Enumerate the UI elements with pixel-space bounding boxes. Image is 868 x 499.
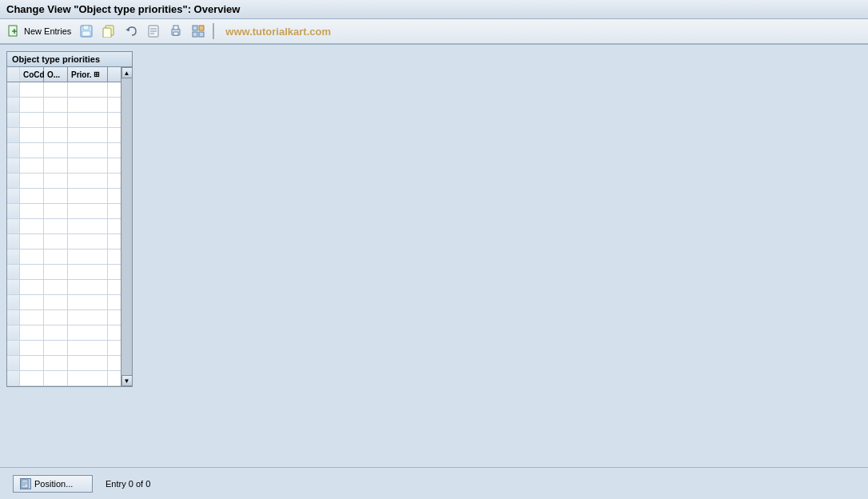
row-checkbox[interactable] — [7, 356, 20, 370]
print-button[interactable] — [166, 22, 185, 40]
table-row[interactable] — [7, 82, 121, 98]
table-row[interactable] — [7, 234, 121, 250]
table-row[interactable] — [7, 341, 121, 356]
svg-rect-17 — [199, 26, 204, 30]
table-row[interactable] — [7, 250, 121, 265]
prio-cell — [68, 371, 108, 385]
row-checkbox[interactable] — [7, 82, 20, 97]
detail-button[interactable] — [144, 22, 163, 40]
scroll-down-button[interactable]: ▼ — [121, 375, 133, 386]
table-container: CoCd O... Prior. ⊞ ▲ ▼ — [7, 67, 132, 386]
obj-cell — [44, 82, 68, 97]
prio-cell — [68, 189, 108, 203]
new-entries-icon — [7, 24, 22, 38]
column-headers: CoCd O... Prior. ⊞ — [7, 67, 121, 82]
table-row[interactable] — [7, 310, 121, 325]
table-row[interactable] — [7, 189, 121, 204]
print-icon — [169, 24, 183, 38]
prio-cell — [68, 325, 108, 340]
cocd-cell — [20, 295, 44, 309]
row-checkbox[interactable] — [7, 219, 20, 234]
position-btn-label: Position... — [34, 479, 73, 489]
table-row[interactable] — [7, 98, 121, 113]
table-row[interactable] — [7, 158, 121, 174]
row-checkbox[interactable] — [7, 189, 20, 203]
table-row[interactable] — [7, 371, 121, 386]
svg-rect-4 — [83, 26, 89, 30]
table-row[interactable] — [7, 356, 121, 371]
row-checkbox[interactable] — [7, 113, 20, 127]
position-button[interactable]: Position... — [13, 475, 93, 493]
row-checkbox[interactable] — [7, 250, 20, 264]
prio-cell — [68, 250, 108, 264]
prio-cell — [68, 174, 108, 188]
cocd-cell — [20, 82, 44, 97]
table-row[interactable] — [7, 128, 121, 143]
obj-cell — [44, 280, 68, 294]
cocd-cell — [20, 250, 44, 264]
table-row[interactable] — [7, 280, 121, 295]
scroll-up-button[interactable]: ▲ — [121, 67, 133, 78]
cocd-cell — [20, 280, 44, 294]
new-entries-label: New Entries — [24, 26, 71, 36]
row-checkbox[interactable] — [7, 265, 20, 279]
table-row[interactable] — [7, 295, 121, 310]
row-checkbox[interactable] — [7, 98, 20, 112]
obj-cell — [44, 158, 68, 173]
obj-cell — [44, 371, 68, 385]
row-checkbox[interactable] — [7, 204, 20, 218]
position-icon — [20, 478, 31, 489]
cocd-cell — [20, 143, 44, 158]
prio-cell — [68, 128, 108, 142]
row-checkbox[interactable] — [7, 174, 20, 188]
toolbar-separator — [213, 23, 214, 39]
table-row[interactable] — [7, 143, 121, 158]
table-row[interactable] — [7, 204, 121, 219]
svg-rect-7 — [103, 28, 111, 38]
table-area: CoCd O... Prior. ⊞ — [7, 67, 121, 386]
row-checkbox[interactable] — [7, 158, 20, 173]
row-checkbox[interactable] — [7, 234, 20, 249]
obj-cell — [44, 219, 68, 234]
obj-cell — [44, 143, 68, 158]
table-row[interactable] — [7, 265, 121, 280]
row-checkbox[interactable] — [7, 280, 20, 294]
row-checkbox[interactable] — [7, 143, 20, 158]
cocd-cell — [20, 128, 44, 142]
row-checkbox[interactable] — [7, 371, 20, 385]
prio-cell — [68, 265, 108, 279]
table-row[interactable] — [7, 174, 121, 189]
prio-cell — [68, 280, 108, 294]
cocd-col-header: CoCd — [20, 67, 44, 82]
prio-cell — [68, 295, 108, 309]
table-row[interactable] — [7, 219, 121, 234]
new-entries-button[interactable]: New Entries — [5, 22, 74, 40]
scroll-track[interactable] — [121, 78, 132, 375]
row-checkbox[interactable] — [7, 325, 20, 340]
prio-cell — [68, 98, 108, 112]
copy-button[interactable] — [99, 22, 118, 40]
prio-cell — [68, 158, 108, 173]
obj-cell — [44, 341, 68, 355]
table-row[interactable] — [7, 113, 121, 128]
row-checkbox[interactable] — [7, 310, 20, 325]
row-checkbox[interactable] — [7, 295, 20, 309]
prio-cell — [68, 219, 108, 234]
row-checkbox[interactable] — [7, 341, 20, 355]
title-bar: Change View "Object type priorities": Ov… — [0, 0, 868, 19]
obj-cell — [44, 356, 68, 370]
prio-col-header: Prior. ⊞ — [68, 67, 108, 82]
prio-cell — [68, 356, 108, 370]
prio-cell — [68, 234, 108, 249]
grid-button[interactable] — [189, 22, 208, 40]
table-row[interactable] — [7, 325, 121, 341]
obj-cell — [44, 189, 68, 203]
obj-cell — [44, 325, 68, 340]
row-checkbox[interactable] — [7, 128, 20, 142]
vertical-scrollbar[interactable]: ▲ ▼ — [121, 67, 132, 386]
save-button[interactable] — [77, 22, 96, 40]
undo-icon — [124, 24, 138, 38]
undo-button[interactable] — [121, 22, 141, 40]
sort-icon[interactable]: ⊞ — [94, 70, 100, 78]
copy-icon — [102, 24, 116, 38]
